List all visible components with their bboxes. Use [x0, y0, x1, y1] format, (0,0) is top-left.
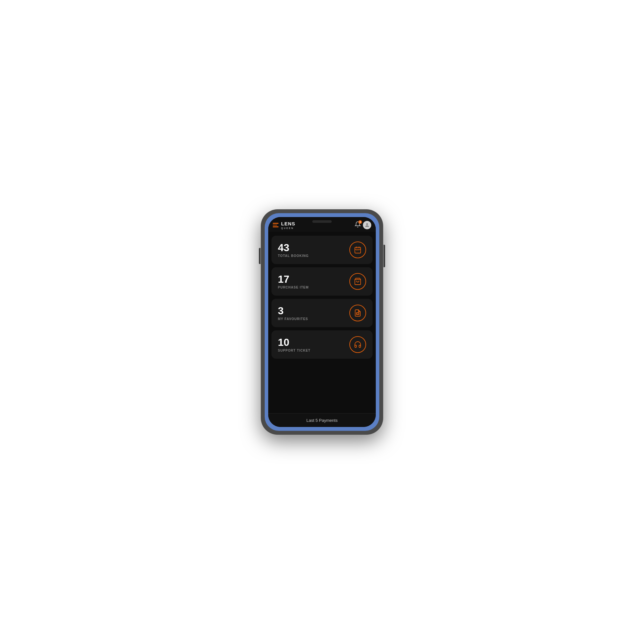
purchase-item-icon-circle [349, 273, 366, 290]
my-favourites-info: 3 MY FAVOURITES [278, 306, 308, 321]
avatar-icon [364, 222, 370, 228]
last-payments-label: Last 5 Payments [307, 418, 338, 423]
top-bar-left: LENS QUEEN [273, 221, 295, 229]
support-ticket-info: 10 SUPPORT TICKET [278, 337, 310, 352]
scene: LENS QUEEN 0 [238, 206, 406, 438]
device-screen: LENS QUEEN 0 [268, 217, 376, 427]
purchase-item-number: 17 [278, 274, 309, 284]
support-ticket-card[interactable]: 10 SUPPORT TICKET [271, 330, 373, 359]
notification-badge: 0 [358, 220, 362, 224]
my-favourites-icon-circle [349, 305, 366, 321]
basket-icon [354, 278, 362, 285]
support-ticket-icon-circle [349, 336, 366, 353]
logo-text: LENS [281, 221, 295, 226]
device-frame: LENS QUEEN 0 [265, 213, 379, 431]
top-bar: LENS QUEEN 0 [268, 217, 376, 232]
calendar-icon [354, 246, 362, 254]
logo-subtext: QUEEN [281, 227, 295, 229]
hamburger-menu-icon[interactable] [273, 223, 279, 227]
support-ticket-label: SUPPORT TICKET [278, 349, 310, 352]
my-favourites-card[interactable]: 3 MY FAVOURITES [271, 299, 373, 327]
screen-content: 43 TOTAL BOOKING [268, 232, 376, 413]
total-booking-label: TOTAL BOOKING [278, 254, 309, 258]
total-booking-number: 43 [278, 242, 309, 253]
notch-pill [312, 220, 332, 223]
svg-point-0 [366, 223, 368, 225]
notification-button[interactable]: 0 [355, 221, 361, 229]
purchase-item-info: 17 PURCHASE ITEM [278, 274, 309, 289]
logo-area: LENS QUEEN [281, 221, 295, 229]
my-favourites-label: MY FAVOURITES [278, 317, 308, 321]
favourites-icon [354, 309, 362, 317]
avatar-button[interactable] [363, 221, 371, 229]
purchase-item-label: PURCHASE ITEM [278, 286, 309, 289]
headset-icon [354, 341, 362, 348]
total-booking-info: 43 TOTAL BOOKING [278, 242, 309, 258]
support-ticket-number: 10 [278, 337, 310, 347]
bottom-bar: Last 5 Payments [268, 413, 376, 427]
total-booking-icon-circle [349, 241, 366, 258]
top-bar-right: 0 [355, 221, 371, 229]
device-outer: LENS QUEEN 0 [261, 209, 383, 435]
total-booking-card[interactable]: 43 TOTAL BOOKING [271, 236, 373, 264]
my-favourites-number: 3 [278, 306, 308, 316]
purchase-item-card[interactable]: 17 PURCHASE ITEM [271, 267, 373, 296]
